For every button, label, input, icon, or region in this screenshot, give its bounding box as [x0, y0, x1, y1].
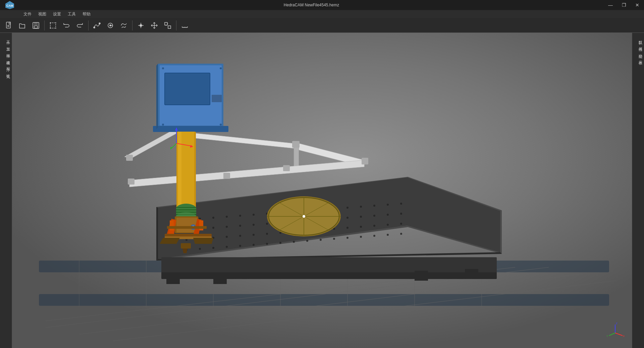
svg-rect-184 — [181, 243, 191, 249]
save-button[interactable] — [30, 19, 42, 32]
right-sidebar: 默认 属性 功能 示教 — [632, 33, 644, 348]
svg-point-119 — [320, 239, 322, 241]
sidebar-item-teach[interactable]: 示教 — [633, 56, 644, 60]
svg-rect-43 — [39, 294, 609, 306]
svg-point-74 — [400, 203, 402, 205]
svg-point-12 — [55, 27, 56, 28]
svg-point-122 — [360, 236, 362, 238]
select-box-button[interactable] — [47, 19, 59, 32]
sidebar-item-program[interactable]: 程序 — [1, 63, 11, 67]
svg-rect-131 — [213, 274, 227, 284]
svg-rect-133 — [465, 269, 478, 279]
svg-rect-152 — [283, 165, 290, 171]
svg-point-158 — [162, 67, 164, 69]
svg-point-71 — [360, 206, 362, 208]
sidebar-item-properties[interactable]: 属性 — [633, 43, 644, 47]
separator-4 — [176, 20, 176, 30]
sidebar-item-machining[interactable]: 加工 — [1, 43, 11, 47]
svg-point-112 — [226, 246, 228, 248]
svg-point-160 — [162, 124, 164, 126]
svg-point-87 — [346, 217, 348, 219]
close-button[interactable]: ✕ — [631, 0, 644, 10]
svg-point-61 — [226, 216, 228, 218]
svg-point-95 — [226, 236, 228, 238]
svg-text:Z: Z — [616, 322, 618, 325]
svg-point-98 — [266, 233, 268, 235]
svg-point-72 — [373, 205, 375, 207]
svg-point-78 — [226, 226, 228, 228]
menu-help[interactable]: 帮助 — [79, 10, 94, 18]
sidebar-item-shotblast[interactable]: 喷丸 — [1, 70, 11, 74]
3d-viewport[interactable]: Z X Y — [12, 33, 632, 348]
app-logo: CAM — [0, 0, 19, 10]
svg-rect-153 — [223, 173, 230, 179]
svg-point-88 — [360, 216, 362, 218]
svg-point-118 — [306, 240, 308, 242]
svg-point-18 — [140, 24, 142, 26]
svg-point-80 — [253, 224, 255, 226]
svg-rect-154 — [128, 179, 135, 185]
svg-point-115 — [266, 243, 268, 245]
svg-rect-148 — [126, 155, 133, 161]
svg-point-73 — [387, 204, 389, 206]
sidebar-item-modeling[interactable]: 建模 — [1, 56, 11, 60]
window-controls: — ❐ ✕ — [604, 0, 644, 10]
transform-button[interactable] — [161, 19, 174, 32]
svg-point-60 — [212, 217, 214, 219]
svg-point-121 — [346, 237, 348, 239]
svg-point-70 — [346, 207, 348, 209]
svg-point-14 — [99, 23, 100, 24]
svg-point-9 — [50, 22, 51, 23]
svg-point-161 — [220, 124, 222, 126]
svg-point-11 — [50, 27, 51, 28]
svg-point-89 — [373, 215, 375, 217]
curve2-button[interactable] — [117, 19, 130, 32]
menu-settings[interactable]: 设置 — [50, 10, 64, 18]
svg-rect-25 — [165, 22, 167, 25]
redo-button[interactable] — [73, 19, 86, 32]
svg-rect-7 — [34, 26, 38, 28]
svg-point-91 — [400, 213, 402, 215]
svg-point-107 — [387, 224, 389, 226]
blue-control-box — [153, 64, 228, 132]
svg-point-124 — [387, 234, 389, 236]
svg-rect-151 — [362, 158, 368, 164]
svg-text:Y: Y — [606, 335, 608, 338]
main-layout: 工件 加工 组件 建模 程序 喷丸 — [0, 33, 644, 348]
measure-button[interactable] — [178, 19, 191, 32]
svg-rect-132 — [415, 271, 428, 281]
svg-point-81 — [266, 223, 268, 225]
sidebar-item-workpiece[interactable]: 工件 — [1, 36, 11, 40]
svg-rect-128 — [161, 257, 497, 274]
minimize-button[interactable]: — — [604, 0, 617, 10]
svg-point-159 — [220, 67, 222, 69]
menu-view[interactable]: 视图 — [35, 10, 50, 18]
open-button[interactable] — [16, 19, 29, 32]
svg-marker-126 — [156, 207, 158, 261]
svg-line-199 — [615, 333, 623, 336]
svg-rect-162 — [212, 95, 222, 102]
new-button[interactable] — [3, 19, 15, 32]
undo-button[interactable] — [60, 19, 73, 32]
sidebar-item-components[interactable]: 组件 — [1, 50, 11, 54]
curve1-button[interactable] — [91, 19, 103, 32]
svg-rect-189 — [199, 220, 203, 230]
svg-point-10 — [55, 22, 56, 23]
svg-rect-167 — [178, 132, 181, 209]
svg-rect-8 — [50, 23, 56, 28]
sidebar-item-functions[interactable]: 功能 — [633, 50, 644, 54]
maximize-button[interactable]: ❐ — [617, 0, 631, 10]
svg-rect-188 — [170, 220, 174, 230]
sidebar-item-default[interactable]: 默认 — [633, 36, 644, 40]
svg-rect-163 — [153, 126, 228, 132]
svg-point-111 — [212, 247, 214, 249]
svg-point-90 — [387, 214, 389, 216]
svg-point-63 — [253, 214, 255, 216]
menu-file[interactable]: 文件 — [20, 10, 35, 18]
circle-button[interactable] — [104, 19, 117, 32]
menu-tools[interactable]: 工具 — [64, 10, 79, 18]
move-button[interactable] — [148, 19, 161, 32]
select-point-button[interactable] — [135, 19, 147, 32]
svg-point-97 — [253, 234, 255, 236]
svg-text:CAM: CAM — [6, 4, 13, 7]
